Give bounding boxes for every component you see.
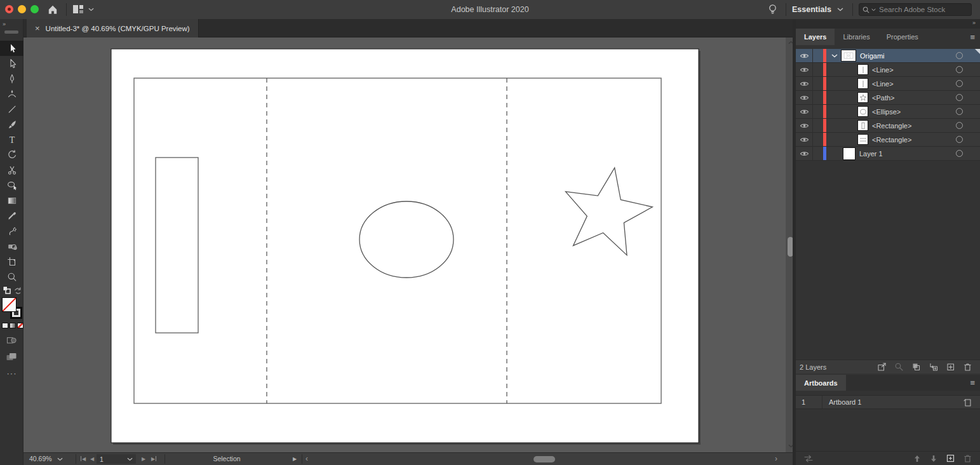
shape-builder-tool[interactable] <box>0 178 23 193</box>
lock-toggle[interactable] <box>813 147 823 160</box>
fill-swatch-none[interactable] <box>2 297 17 312</box>
curvature-tool[interactable] <box>0 86 23 102</box>
home-button[interactable] <box>47 4 58 15</box>
visibility-toggle[interactable] <box>796 133 813 146</box>
previous-artboard-button[interactable]: ◀ <box>90 453 94 465</box>
layer-target-circle[interactable] <box>956 136 963 143</box>
document-tab[interactable]: × Untitled-3* @ 40.69% (CMYK/GPU Preview… <box>27 19 199 37</box>
gradient-button[interactable] <box>10 323 16 328</box>
direct-selection-tool[interactable] <box>0 56 23 71</box>
blend-tool[interactable] <box>0 239 23 254</box>
tab-close-icon[interactable]: × <box>35 24 40 32</box>
visibility-toggle[interactable] <box>796 49 813 62</box>
artboards-panel-menu-button[interactable]: ≡ <box>970 375 975 391</box>
swap-fill-stroke-icon[interactable] <box>13 286 22 294</box>
lock-toggle[interactable] <box>813 105 823 118</box>
layer-row-path[interactable]: <Path> <box>796 91 980 105</box>
none-button[interactable] <box>17 323 23 328</box>
make-clipping-mask-icon[interactable] <box>911 362 921 372</box>
artwork-canvas[interactable] <box>23 37 796 452</box>
rearrange-artboards-icon[interactable] <box>803 454 814 463</box>
tools-expand-button[interactable]: » <box>3 21 5 27</box>
layer-target-circle[interactable] <box>956 122 963 129</box>
search-input[interactable] <box>878 5 968 14</box>
new-layer-icon[interactable] <box>946 362 955 372</box>
window-close-button[interactable] <box>5 5 13 13</box>
new-sublayer-icon[interactable] <box>929 362 938 372</box>
tools-drag-grip[interactable] <box>4 30 18 34</box>
new-artboard-icon[interactable] <box>946 454 955 463</box>
layer-thumbnail[interactable] <box>858 135 868 144</box>
visibility-toggle[interactable] <box>796 147 813 160</box>
layer-target-circle[interactable] <box>956 108 963 115</box>
delete-layer-icon[interactable] <box>963 362 972 372</box>
lock-toggle[interactable] <box>813 119 823 132</box>
color-button[interactable] <box>2 323 8 328</box>
selection-tool[interactable] <box>0 41 23 56</box>
layer-row-rectangle-1[interactable]: <Rectangle> <box>796 119 980 133</box>
tab-artboards[interactable]: Artboards <box>796 375 846 391</box>
artboard-row[interactable]: 1 Artboard 1 <box>796 395 980 409</box>
symbol-sprayer-tool[interactable] <box>0 224 23 239</box>
lock-toggle[interactable] <box>813 91 823 104</box>
move-artboard-down-icon[interactable] <box>929 454 938 463</box>
layer-target-circle[interactable] <box>956 150 963 157</box>
zoom-level-dropdown[interactable]: 40.69% <box>29 453 63 465</box>
visibility-toggle[interactable] <box>796 91 813 104</box>
layers-panel-menu-button[interactable]: ≡ <box>970 29 975 45</box>
locate-object-icon[interactable] <box>894 362 904 372</box>
lock-toggle[interactable] <box>813 133 823 146</box>
layer-label[interactable]: <Line> <box>872 66 894 74</box>
layer-target-circle[interactable] <box>956 52 963 59</box>
layer-thumbnail[interactable] <box>858 121 868 130</box>
layer-label[interactable]: Origami <box>860 52 885 60</box>
visibility-toggle[interactable] <box>796 63 813 76</box>
artboard-page-icon[interactable] <box>963 398 972 407</box>
paintbrush-tool[interactable] <box>0 117 23 132</box>
collapse-panels-button[interactable]: » <box>972 20 975 26</box>
first-artboard-button[interactable]: ◀ <box>81 453 86 465</box>
screen-mode-button[interactable] <box>6 352 17 362</box>
edit-toolbar-button[interactable]: ··· <box>0 368 23 378</box>
collect-for-export-icon[interactable] <box>877 362 887 372</box>
expand-chevron-icon[interactable] <box>831 54 838 58</box>
tab-properties[interactable]: Properties <box>878 29 927 45</box>
pen-tool[interactable] <box>0 71 23 86</box>
layer-label[interactable]: <Path> <box>872 94 894 102</box>
layer-label[interactable]: <Rectangle> <box>872 122 911 130</box>
layer-thumbnail[interactable] <box>842 50 856 61</box>
visibility-toggle[interactable] <box>796 119 813 132</box>
canvas-area[interactable] <box>23 37 796 452</box>
hscroll-thumb[interactable] <box>534 456 555 462</box>
layer-label[interactable]: <Ellipse> <box>872 108 901 116</box>
layer-label[interactable]: <Rectangle> <box>872 136 911 144</box>
arrange-documents-dropdown[interactable] <box>72 4 94 14</box>
layer-label[interactable]: Layer 1 <box>859 150 883 158</box>
artboard-tool[interactable] <box>0 254 23 269</box>
layer-target-circle[interactable] <box>956 80 963 87</box>
visibility-toggle[interactable] <box>796 105 813 118</box>
layer-row-line-1[interactable]: <Line> <box>796 63 980 77</box>
lock-toggle[interactable] <box>813 77 823 90</box>
default-fill-stroke-icon[interactable] <box>3 286 11 294</box>
discover-button[interactable] <box>767 4 778 15</box>
zoom-tool[interactable] <box>0 269 23 285</box>
layer-thumbnail[interactable] <box>858 107 868 116</box>
layer-target-circle[interactable] <box>956 66 963 73</box>
tab-libraries[interactable]: Libraries <box>835 29 878 45</box>
eyedropper-tool[interactable] <box>0 208 23 224</box>
delete-artboard-icon[interactable] <box>963 454 972 463</box>
stock-search[interactable] <box>859 3 972 16</box>
layer-row-layer-1[interactable]: Layer 1 <box>796 147 980 161</box>
window-minimize-button[interactable] <box>18 5 26 13</box>
gradient-tool[interactable] <box>0 193 23 208</box>
lock-toggle[interactable] <box>813 63 823 76</box>
artboard-name[interactable]: Artboard 1 <box>822 398 861 406</box>
line-segment-tool[interactable] <box>0 102 23 117</box>
artboard-navigation-field[interactable]: 1 <box>97 454 136 464</box>
layer-row-line-2[interactable]: <Line> <box>796 77 980 91</box>
artboard-surface[interactable] <box>111 49 699 443</box>
layer-target-circle[interactable] <box>956 94 963 101</box>
move-artboard-up-icon[interactable] <box>913 454 922 463</box>
layer-thumbnail[interactable] <box>858 79 868 88</box>
